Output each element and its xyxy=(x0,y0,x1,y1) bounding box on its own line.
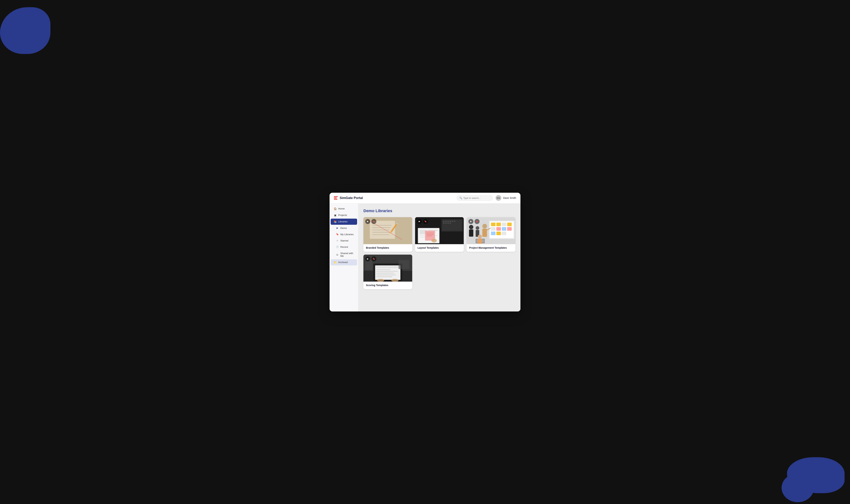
svg-rect-62 xyxy=(478,239,482,244)
svg-rect-53 xyxy=(491,232,496,235)
svg-rect-74 xyxy=(371,281,404,282)
svg-rect-15 xyxy=(445,221,447,222)
sidebar-item-recent[interactable]: 🕐 Recent xyxy=(331,244,357,250)
logo-bar-2 xyxy=(334,198,337,198)
app-title: SimGate Portal xyxy=(340,196,363,200)
sidebar-item-label-recent: Recent xyxy=(340,246,348,248)
svg-rect-20 xyxy=(443,222,445,223)
svg-rect-50 xyxy=(497,227,501,231)
my-libraries-icon: 🔖 xyxy=(336,233,339,236)
sidebar-item-label-starred: Starred xyxy=(340,239,348,242)
play-button-layout[interactable]: ▶ xyxy=(417,219,422,224)
avatar: DS xyxy=(496,195,501,201)
svg-rect-19 xyxy=(454,221,455,222)
svg-rect-40 xyxy=(469,230,473,237)
svg-rect-69 xyxy=(376,269,391,270)
bookmark-button-project[interactable]: 🔖 xyxy=(474,219,480,224)
card-overlay-project: ▶ 🔖 xyxy=(468,219,480,224)
main-content: 🏠 Home ▣ Projects 📚 Libraries ▶ Demo 🔖 M… xyxy=(330,203,520,311)
library-grid: ▶ 🔖 Branded Templates xyxy=(363,217,515,289)
logo-bar-1 xyxy=(334,196,338,197)
card-image-branded: ▶ 🔖 xyxy=(363,217,412,244)
card-label-scoring: Scoring Templates xyxy=(363,282,412,289)
library-card-project[interactable]: ▶ 🔖 Project Management Templates xyxy=(467,217,515,252)
play-button-branded[interactable]: ▶ xyxy=(365,219,370,224)
bookmark-button-scoring[interactable]: 🔖 xyxy=(371,256,376,262)
sidebar-item-my-libraries[interactable]: 🔖 My Libraries xyxy=(331,231,357,237)
library-card-branded[interactable]: ▶ 🔖 Branded Templates xyxy=(363,217,412,252)
search-input[interactable] xyxy=(463,197,490,199)
shared-icon: 🗂 xyxy=(336,253,339,256)
svg-point-41 xyxy=(476,226,480,230)
bookmark-button-branded[interactable]: 🔖 xyxy=(371,219,376,224)
user-area: DS Dave Smith xyxy=(496,195,516,201)
svg-rect-77 xyxy=(399,260,409,269)
logo-area: SimGate Portal xyxy=(334,196,363,200)
card-label-layout: Layout Templates xyxy=(415,244,464,252)
svg-rect-57 xyxy=(483,229,487,237)
sidebar: 🏠 Home ▣ Projects 📚 Libraries ▶ Demo 🔖 M… xyxy=(330,203,358,311)
sidebar-item-label-home: Home xyxy=(338,207,345,210)
sidebar-item-label-projects: Projects xyxy=(338,214,347,216)
logo-bar-3 xyxy=(334,199,337,200)
sidebar-item-label-shared: Shared with Me xyxy=(340,252,354,257)
archived-icon: 📁 xyxy=(333,261,337,264)
svg-point-37 xyxy=(431,239,437,242)
sidebar-item-home[interactable]: 🏠 Home xyxy=(331,206,357,212)
sidebar-item-shared[interactable]: 🗂 Shared with Me xyxy=(331,250,357,259)
svg-rect-47 xyxy=(502,222,506,226)
svg-rect-48 xyxy=(507,222,512,226)
card-overlay-scoring: ▶ 🔖 xyxy=(365,256,376,262)
play-button-scoring[interactable]: ▶ xyxy=(365,256,370,262)
card-overlay-branded: ▶ 🔖 xyxy=(365,219,376,224)
card-label-branded: Branded Templates xyxy=(363,244,412,252)
card-image-project: ▶ 🔖 xyxy=(467,217,515,244)
svg-rect-21 xyxy=(445,222,447,223)
sidebar-item-projects[interactable]: ▣ Projects xyxy=(331,212,357,218)
sidebar-item-demo[interactable]: ▶ Demo xyxy=(331,225,357,231)
svg-rect-46 xyxy=(497,222,501,226)
svg-rect-49 xyxy=(491,227,496,231)
svg-rect-45 xyxy=(491,222,496,226)
bookmark-button-layout[interactable]: 🔖 xyxy=(423,219,428,224)
svg-point-61 xyxy=(478,235,482,239)
card-image-scoring: ▶ 🔖 xyxy=(363,255,412,282)
svg-rect-16 xyxy=(447,221,449,222)
svg-point-39 xyxy=(469,225,473,229)
home-icon: 🏠 xyxy=(333,207,337,210)
svg-rect-70 xyxy=(376,271,398,272)
search-box[interactable]: 🔍 xyxy=(457,195,493,201)
sidebar-item-label-archived: Archived xyxy=(338,261,348,264)
svg-rect-52 xyxy=(507,227,512,231)
svg-rect-54 xyxy=(497,232,501,235)
background-blob-bottomright2 xyxy=(782,473,814,502)
card-image-layout: ▶ 🔖 xyxy=(415,217,464,244)
sidebar-item-label-demo: Demo xyxy=(340,227,347,230)
svg-rect-71 xyxy=(376,273,394,274)
sidebar-item-starred[interactable]: ☆ Starred xyxy=(331,238,357,244)
svg-point-56 xyxy=(483,224,487,229)
sidebar-item-libraries[interactable]: 📚 Libraries xyxy=(331,219,357,225)
library-card-scoring[interactable]: ▶ 🔖 Scoring Templates xyxy=(363,255,412,289)
recent-icon: 🕐 xyxy=(336,246,339,248)
demo-icon: ▶ xyxy=(336,227,339,229)
play-button-project[interactable]: ▶ xyxy=(468,219,473,224)
svg-rect-72 xyxy=(376,274,396,275)
svg-rect-22 xyxy=(447,222,449,223)
svg-rect-14 xyxy=(443,221,445,222)
search-icon: 🔍 xyxy=(459,197,462,199)
svg-rect-73 xyxy=(376,276,392,277)
sidebar-item-archived[interactable]: 📁 Archived xyxy=(331,259,357,265)
user-name: Dave Smith xyxy=(503,197,516,199)
svg-rect-68 xyxy=(376,266,399,268)
libraries-icon: 📚 xyxy=(333,220,337,223)
svg-rect-55 xyxy=(502,232,506,235)
library-card-layout[interactable]: ▶ 🔖 Layout Templates xyxy=(415,217,464,252)
projects-icon: ▣ xyxy=(333,214,337,217)
logo-icon xyxy=(334,196,338,200)
page-title: Demo Libraries xyxy=(363,209,515,213)
page-area: Demo Libraries xyxy=(358,203,520,311)
card-overlay-layout: ▶ 🔖 xyxy=(417,219,428,224)
background-blob-topleft xyxy=(0,7,50,54)
svg-rect-17 xyxy=(450,221,451,222)
